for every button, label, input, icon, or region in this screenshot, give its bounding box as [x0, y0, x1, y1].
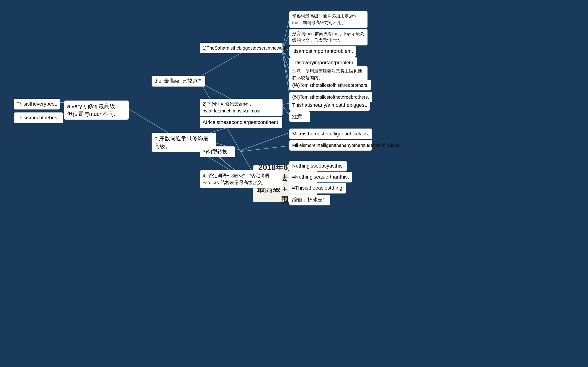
node-n23: =Nothingiseasierthanthis. — [290, 172, 352, 183]
svg-line-14 — [282, 52, 290, 70]
svg-line-17 — [282, 103, 290, 104]
svg-line-20 — [241, 146, 290, 151]
node-n4: the+最高级+比较范围 — [152, 76, 205, 86]
svg-line-13 — [282, 51, 290, 60]
node-n20: Mikeisthemostintelligentinhisclass. — [290, 129, 372, 139]
node-n22: Nothingissoeasyasthis. — [290, 161, 347, 171]
svg-line-18 — [282, 106, 290, 115]
node-n7: 2)下列词可修饰最高级，byfar,far,much,mostly,almost — [200, 99, 282, 116]
node-n11: 形容词最高级前通常必须用定冠词the，副词最高级前可不用。 — [290, 11, 367, 28]
node-n9: 3)句型转换： — [200, 146, 235, 157]
svg-line-19 — [241, 133, 290, 150]
node-n2: Thisismuchthebest. — [14, 112, 63, 123]
node-n24: =Thisistheeasiestthing. — [290, 183, 346, 193]
node-n6: 1)TheSaharaisthebiggestdesertintheworld. — [200, 43, 282, 53]
node-n12: 形容词most前面没有the，不表示最高级的含义，只表示"非常"。 — [290, 29, 367, 45]
node-n16: (错)Tomisthetallestofhisthreebrothers. — [290, 80, 371, 91]
svg-line-16 — [282, 53, 290, 95]
node-n13: Itisamostimportantproblem. — [290, 46, 356, 57]
mind-map: 2018年6月英语四级语法：the + 最高级 + 比较范围 Thisisthe… — [0, 0, 588, 367]
node-n21: Mikeismoreintelligentthananyotherstudent… — [290, 140, 372, 150]
node-n25: 编辑：杨冰玉） — [290, 195, 330, 205]
node-n1: Thisistheverybest. — [14, 99, 60, 109]
node-n19: 注意： — [290, 111, 310, 122]
svg-line-5 — [197, 52, 243, 78]
node-n18: Thishatisnearly/almostthebiggest. — [290, 100, 370, 111]
node-n8: Africaisthesecondlargestcontinent. — [200, 117, 282, 128]
node-n3: a.very可修饰最高级，但位置与much不同。 — [64, 100, 129, 120]
svg-line-15 — [282, 53, 290, 84]
node-n10: 4)"否定词语+比较级"，"否定词语+so...as"结构表示最高级含义。 — [200, 170, 282, 188]
svg-line-10 — [282, 18, 290, 48]
